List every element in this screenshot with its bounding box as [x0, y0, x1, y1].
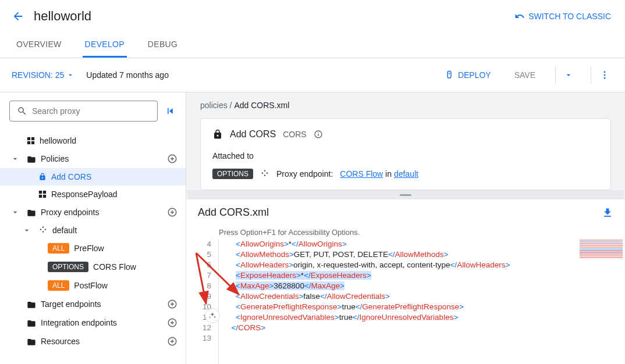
svg-point-0 — [604, 71, 606, 73]
switch-to-classic-link[interactable]: SWITCH TO CLASSIC — [514, 11, 611, 22]
endpoint-icon — [38, 226, 48, 235]
options-badge: OPTIONS — [48, 262, 88, 272]
svg-rect-8 — [39, 191, 42, 194]
svg-rect-11 — [43, 195, 46, 198]
save-button[interactable]: SAVE — [509, 67, 541, 83]
svg-rect-6 — [31, 141, 34, 144]
save-dropdown[interactable] — [555, 67, 577, 83]
folder-icon — [27, 300, 36, 308]
endpoint-label: Proxy endpoint: — [276, 169, 333, 179]
add-icon[interactable] — [167, 154, 177, 164]
add-icon[interactable] — [167, 336, 177, 347]
tree-target-endpoints[interactable]: Target endpoints — [0, 295, 186, 313]
flow-link[interactable]: CORS Flow — [340, 169, 383, 179]
chevron-down-icon — [10, 208, 22, 217]
undo-icon — [514, 11, 525, 22]
sparkle-icon[interactable] — [205, 308, 220, 323]
tree-root[interactable]: helloworld — [0, 132, 186, 149]
revision-dropdown[interactable]: REVISION: 25 — [12, 70, 74, 80]
policy-type: CORS — [283, 130, 306, 139]
deploy-button[interactable]: DEPLOY — [438, 66, 497, 84]
svg-rect-10 — [39, 195, 42, 198]
page-title: helloworld — [34, 9, 514, 24]
add-icon[interactable] — [167, 299, 177, 309]
dropdown-icon — [66, 71, 74, 79]
lock-icon — [38, 173, 47, 181]
download-icon[interactable] — [602, 207, 613, 219]
code-editor[interactable]: 45678910111213 <AllowOrigins>*</AllowOri… — [186, 239, 625, 364]
folder-icon — [27, 208, 36, 216]
chevron-down-icon — [22, 226, 34, 235]
tree-integration-endpoints[interactable]: Integration endpoints — [0, 313, 186, 332]
all-badge: ALL — [48, 243, 69, 254]
tab-debug[interactable]: DEBUG — [145, 33, 180, 58]
collapse-sidebar-icon[interactable] — [165, 105, 176, 117]
splitter-handle[interactable] — [187, 190, 624, 199]
verb-badge: OPTIONS — [212, 169, 253, 179]
svg-rect-9 — [43, 191, 46, 194]
search-input[interactable] — [9, 101, 158, 122]
folder-icon — [27, 337, 36, 345]
svg-point-1 — [604, 74, 606, 76]
lock-icon — [212, 129, 223, 140]
updated-label: Updated 7 months ago — [86, 70, 169, 80]
svg-rect-4 — [31, 137, 34, 140]
tree-policies[interactable]: Policies — [0, 149, 186, 168]
breadcrumb: policies / Add CORS.xml — [186, 92, 625, 118]
deploy-icon — [444, 70, 454, 80]
tab-overview[interactable]: OVERVIEW — [14, 33, 64, 58]
more-menu-icon[interactable] — [591, 66, 613, 84]
attached-to-label: Attached to — [212, 151, 599, 160]
folder-icon — [27, 319, 36, 327]
tab-develop[interactable]: DEVELOP — [83, 33, 127, 58]
policy-detail-card: Add CORS CORS Attached to OPTIONS Proxy … — [200, 118, 611, 190]
info-icon[interactable] — [314, 130, 323, 139]
minimap[interactable] — [580, 239, 623, 274]
all-badge: ALL — [48, 280, 69, 291]
grid-icon — [38, 190, 47, 198]
endpoint-icon — [260, 169, 269, 179]
svg-rect-5 — [27, 141, 30, 144]
chevron-down-icon — [10, 154, 22, 163]
tree-preflow[interactable]: ALL PreFlow — [0, 239, 186, 258]
svg-rect-3 — [27, 137, 30, 140]
add-icon[interactable] — [167, 207, 177, 217]
tree-proxy-endpoints[interactable]: Proxy endpoints — [0, 203, 186, 222]
add-icon[interactable] — [167, 317, 177, 328]
default-link[interactable]: default — [394, 169, 418, 179]
search-icon — [17, 106, 27, 116]
tree-default[interactable]: default — [0, 222, 186, 239]
tree-cors-flow[interactable]: OPTIONS CORS Flow — [0, 258, 186, 276]
sidebar: helloworld Policies Add CORS ResponsePay… — [0, 92, 186, 364]
tree-resources[interactable]: Resources — [0, 332, 186, 351]
tab-bar: OVERVIEW DEVELOP DEBUG — [0, 33, 625, 58]
accessibility-hint: Press Option+F1 for Accessibility Option… — [186, 226, 625, 239]
editor-title: Add CORS.xml — [198, 206, 602, 219]
back-arrow-icon[interactable] — [12, 10, 24, 23]
grid-icon — [27, 137, 35, 145]
tree-response-payload[interactable]: ResponsePayload — [0, 185, 186, 203]
tree-postflow[interactable]: ALL PostFlow — [0, 276, 186, 295]
tree-add-cors[interactable]: Add CORS — [0, 168, 186, 185]
folder-icon — [27, 155, 36, 163]
policy-title: Add CORS — [230, 129, 276, 140]
svg-point-2 — [604, 77, 606, 79]
